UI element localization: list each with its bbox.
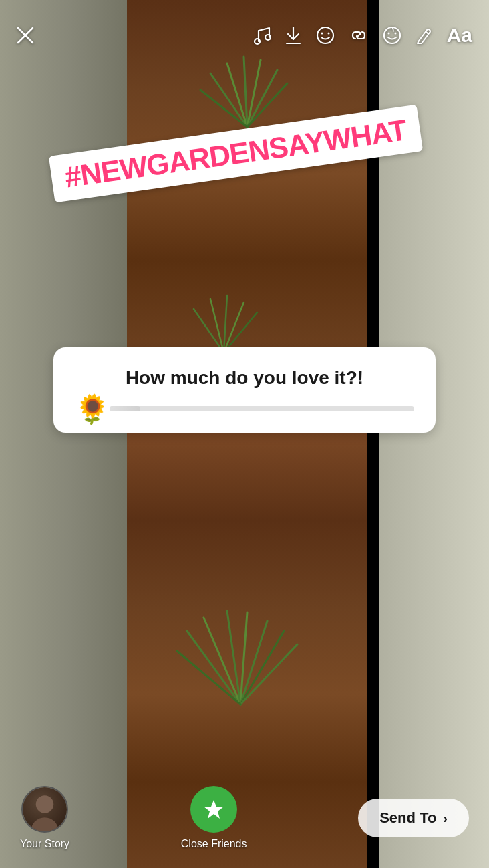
- bottom-bar: Your Story Close Friends Send To ›: [0, 781, 489, 868]
- grass-plant-middle: [180, 294, 267, 354]
- chevron-right-icon: ›: [443, 811, 448, 826]
- svg-line-7: [194, 309, 224, 353]
- slider-track[interactable]: [110, 406, 414, 411]
- close-friends-icon: [190, 786, 237, 833]
- close-button[interactable]: [17, 27, 34, 44]
- download-icon[interactable]: [285, 26, 301, 45]
- toolbar-right: Aa: [252, 24, 472, 47]
- close-friends-label: Close Friends: [181, 838, 247, 850]
- send-to-button[interactable]: Send To ›: [358, 799, 469, 837]
- svg-marker-35: [204, 800, 224, 819]
- svg-point-29: [384, 27, 400, 43]
- svg-line-8: [210, 299, 224, 353]
- avatar-bg: [23, 787, 67, 831]
- close-friends-option[interactable]: Close Friends: [181, 786, 247, 850]
- link-icon[interactable]: [349, 26, 368, 45]
- grass-plant-top: [194, 53, 301, 134]
- draw-icon[interactable]: [416, 26, 432, 45]
- svg-line-15: [240, 612, 247, 704]
- svg-point-28: [327, 32, 329, 34]
- svg-line-32: [426, 31, 428, 34]
- svg-point-31: [394, 32, 396, 34]
- svg-line-19: [177, 651, 240, 704]
- svg-line-17: [240, 631, 284, 704]
- grass-plant-bottom: [174, 608, 307, 708]
- left-concrete-bg: [0, 0, 140, 868]
- svg-point-26: [317, 27, 333, 43]
- svg-line-0: [210, 73, 247, 127]
- app: Aa #NEWGARDENSAYWHAT How much do you lov…: [0, 0, 489, 868]
- slider-fill: [110, 406, 140, 411]
- poll-question: How much do you love it?!: [75, 366, 414, 390]
- send-to-label: Send To: [379, 809, 436, 827]
- sticker-icon[interactable]: [383, 26, 401, 45]
- music-icon[interactable]: [252, 25, 271, 45]
- svg-line-11: [224, 312, 257, 353]
- poll-widget[interactable]: How much do you love it?! 🌻: [53, 347, 436, 433]
- svg-point-34: [36, 795, 53, 813]
- slider-emoji: 🌻: [75, 393, 110, 425]
- your-story-label: Your Story: [20, 838, 69, 850]
- slider-container: 🌻: [75, 406, 414, 411]
- your-story-avatar: [21, 786, 68, 833]
- svg-point-33: [31, 817, 58, 833]
- your-story-option[interactable]: Your Story: [20, 786, 69, 850]
- svg-line-18: [240, 644, 297, 704]
- toolbar: Aa: [0, 0, 489, 57]
- svg-line-6: [200, 90, 247, 127]
- text-tool-button[interactable]: Aa: [447, 24, 472, 47]
- svg-line-3: [247, 60, 261, 127]
- emoji-icon[interactable]: [316, 26, 335, 45]
- svg-point-30: [387, 32, 389, 34]
- svg-point-27: [321, 32, 323, 34]
